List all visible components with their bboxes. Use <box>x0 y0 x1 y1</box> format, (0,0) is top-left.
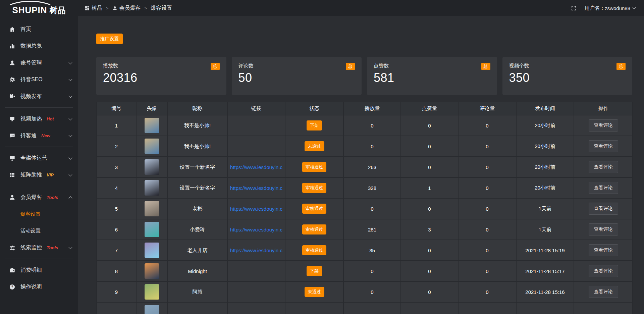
avatar <box>145 243 159 258</box>
cell-nickname: 老彬 <box>167 198 227 219</box>
sidebar-subitem[interactable]: 爆客设置 <box>0 206 78 222</box>
cell-plays: 281 <box>343 219 401 240</box>
cell-comments: 0 <box>458 240 516 261</box>
user-icon <box>112 6 117 11</box>
cell-time: 2021-11-28 15:19 <box>516 240 574 261</box>
view-comments-button[interactable]: 查看评论 <box>589 203 618 215</box>
avatar <box>145 180 159 196</box>
sidebar-item-badge: New <box>41 133 50 138</box>
video-link[interactable]: https://www.iesdouyin.c <box>230 227 282 232</box>
sidebar-item-label: 首页 <box>20 26 31 33</box>
cell-link: https://www.iesdouyin.c <box>227 177 285 198</box>
sidebar-item-help[interactable]: 操作说明 <box>0 278 78 295</box>
sidebar-item-screen[interactable]: 全媒体运营 <box>0 150 78 166</box>
promo-settings-button[interactable]: 推广设置 <box>96 34 123 44</box>
cell-nickname: 我不是小帅! <box>167 115 227 136</box>
sidebar-item-home[interactable]: 首页 <box>0 21 78 38</box>
cell-index: 1 <box>97 115 136 136</box>
stat-value: 50 <box>238 71 355 85</box>
cell-avatar <box>136 157 167 177</box>
column-header: 发布时间 <box>516 102 574 115</box>
cell-avatar <box>136 240 167 261</box>
sidebar-item-member[interactable]: 会员爆客 Tools <box>0 189 78 206</box>
cell-avatar <box>136 198 167 219</box>
breadcrumb-label: 爆客设置 <box>151 5 172 12</box>
video-link[interactable]: https://www.iesdouyin.c <box>230 185 282 191</box>
stat-card-top: 视频个数 总 <box>509 63 626 70</box>
view-comments-button[interactable]: 查看评论 <box>589 161 618 173</box>
view-comments-button[interactable]: 查看评论 <box>589 265 618 277</box>
breadcrumb-separator: > <box>145 6 147 11</box>
cell-action: 查看评论 <box>574 240 633 261</box>
sidebar-item-grid[interactable]: 矩阵助推 VIP <box>0 166 78 183</box>
view-comments-button[interactable]: 查看评论 <box>589 223 618 235</box>
status-button[interactable]: 审核通过 <box>302 245 326 255</box>
status-button[interactable]: 下架 <box>307 266 322 276</box>
stat-card-top: 点赞数 总 <box>374 63 490 70</box>
cell-index: 6 <box>97 219 136 240</box>
user-menu[interactable]: 用户名： zswodun88 <box>585 5 635 11</box>
status-button[interactable]: 审核通过 <box>302 224 326 234</box>
cell-time: 2021-11-28 15:17 <box>516 261 574 281</box>
sidebar-item-sliders[interactable]: 线索监控 Tools <box>0 239 78 256</box>
sidebar-item-chart[interactable]: 数据总览 <box>0 38 78 54</box>
column-header: 链接 <box>227 102 285 115</box>
view-comments-button[interactable]: 查看评论 <box>589 244 618 256</box>
video-link[interactable]: https://www.iesdouyin.c <box>230 164 282 170</box>
cell-nickname: Midnight <box>167 261 227 281</box>
cell-nickname <box>167 302 227 314</box>
help-icon <box>9 284 15 290</box>
video-link[interactable]: https://www.iesdouyin.c <box>230 248 282 253</box>
cell-likes: 0 <box>401 261 458 281</box>
cell-time: 20小时前 <box>516 177 574 198</box>
sidebar-item-video[interactable]: 视频发布 <box>0 88 78 105</box>
cell-index: 9 <box>97 281 136 302</box>
view-comments-button[interactable]: 查看评论 <box>589 119 618 132</box>
sidebar-item-gear[interactable]: 抖音SEO <box>0 71 78 88</box>
sidebar-item-chat[interactable]: 抖客通 New <box>0 127 78 144</box>
sidebar: 首页 数据总览 账号管理 抖音SEO 视频发布 视频加热 Hot 抖客通 New… <box>0 16 78 314</box>
cell-time: 1天前 <box>516 198 574 219</box>
status-button[interactable]: 未通过 <box>305 141 324 151</box>
cell-action: 查看评论 <box>574 177 633 198</box>
column-header: 评论量 <box>458 102 516 115</box>
video-link[interactable]: https://www.iesdouyin.c <box>230 206 282 212</box>
sidebar-item-heat[interactable]: 视频加热 Hot <box>0 110 78 127</box>
cell-plays <box>343 302 401 314</box>
status-button[interactable]: 下架 <box>307 120 322 130</box>
breadcrumb-item-parent[interactable]: 会员爆客 <box>112 5 141 12</box>
sidebar-item-label: 抖音SEO <box>20 76 43 83</box>
sidebar-subitem[interactable]: 活动设置 <box>0 222 78 239</box>
status-button[interactable]: 未通过 <box>305 287 324 297</box>
stat-value: 20316 <box>103 71 220 85</box>
cell-link: https://www.iesdouyin.c <box>227 198 285 219</box>
status-button[interactable]: 审核通过 <box>302 162 326 172</box>
cell-link <box>227 302 285 314</box>
chat-icon <box>9 133 15 139</box>
status-button[interactable]: 审核通过 <box>302 183 326 193</box>
view-comments-button[interactable]: 查看评论 <box>589 140 618 152</box>
cell-action <box>574 302 633 314</box>
cell-index: 2 <box>97 136 136 157</box>
sidebar-item-user[interactable]: 账号管理 <box>0 54 78 71</box>
cell-avatar <box>136 136 167 157</box>
cell-likes: 1 <box>401 177 458 198</box>
cell-action: 查看评论 <box>574 136 633 157</box>
cell-link <box>227 261 285 281</box>
breadcrumb-item-home[interactable]: 树品 <box>85 5 102 12</box>
stat-label: 播放数 <box>103 63 118 69</box>
view-comments-button[interactable]: 查看评论 <box>589 286 618 298</box>
table-header-row: 编号头像昵称链接状态播放量点赞量评论量发布时间操作 <box>97 102 633 115</box>
view-comments-button[interactable]: 查看评论 <box>589 182 618 194</box>
cell-likes: 0 <box>401 281 458 302</box>
column-header: 状态 <box>285 102 343 115</box>
avatar <box>145 118 159 133</box>
sidebar-item-wallet[interactable]: 消费明细 <box>0 262 78 278</box>
grid-icon <box>9 172 15 178</box>
breadcrumb-label: 树品 <box>92 5 102 12</box>
fullscreen-icon[interactable] <box>571 5 577 11</box>
cell-likes: 0 <box>401 136 458 157</box>
avatar <box>145 139 159 154</box>
status-button[interactable]: 审核通过 <box>302 204 326 214</box>
cell-time: 20小时前 <box>516 157 574 177</box>
